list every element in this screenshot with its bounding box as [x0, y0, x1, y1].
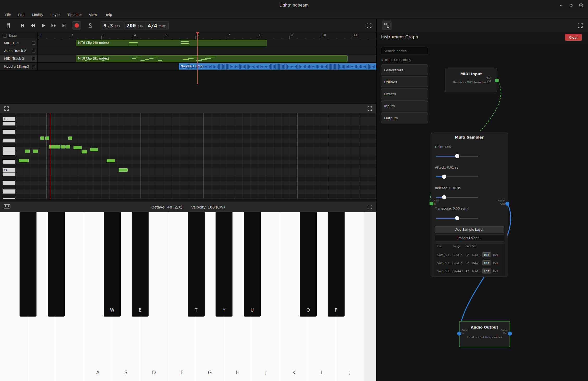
- edit-button[interactable]: Edit: [482, 260, 491, 265]
- play-button[interactable]: [39, 22, 47, 29]
- category-effects[interactable]: Effects: [381, 88, 428, 99]
- midi-note[interactable]: [119, 168, 128, 172]
- midi-note[interactable]: [74, 146, 82, 149]
- menu-view[interactable]: View: [85, 11, 101, 19]
- category-generators[interactable]: Generators: [381, 64, 428, 75]
- mini-key[interactable]: [3, 130, 15, 134]
- track-lane[interactable]: MIDI Clip (21 notes): [38, 55, 376, 63]
- mini-key[interactable]: [3, 143, 15, 147]
- import-folder-button[interactable]: Import Folder...: [435, 235, 504, 241]
- mini-key[interactable]: [3, 189, 15, 193]
- mini-key[interactable]: [3, 198, 15, 199]
- expand-icon[interactable]: [4, 106, 9, 112]
- param-slider[interactable]: [436, 154, 478, 158]
- midi-out-port[interactable]: [495, 79, 499, 82]
- menu-file[interactable]: File: [2, 11, 15, 19]
- midi-note[interactable]: [90, 148, 98, 151]
- midi-clip[interactable]: MIDI Clip (21 notes): [76, 55, 348, 62]
- fullscreen-icon[interactable]: [367, 204, 373, 211]
- node-audio-output[interactable]: Audio Output Final output to speakers Au…: [459, 321, 510, 347]
- param-slider[interactable]: [436, 195, 478, 199]
- rewind-button[interactable]: [29, 22, 37, 29]
- mini-key[interactable]: [3, 122, 15, 126]
- node-midi-input[interactable]: MIDI Input Receives MIDI from track MIDI…: [445, 68, 497, 92]
- piano-roll-playhead[interactable]: [50, 113, 50, 199]
- fullscreen-icon[interactable]: [366, 22, 372, 29]
- midi-note[interactable]: [40, 136, 44, 140]
- audio-out-port[interactable]: [508, 332, 512, 336]
- skip-end-button[interactable]: [60, 22, 68, 29]
- mini-key[interactable]: [3, 194, 15, 198]
- midi-note[interactable]: [19, 159, 29, 162]
- mini-key[interactable]: [3, 185, 15, 189]
- mini-key[interactable]: [3, 160, 15, 164]
- mini-key[interactable]: [3, 181, 15, 185]
- midi-in-port[interactable]: [430, 202, 433, 205]
- skip-start-button[interactable]: [18, 22, 27, 29]
- black-key-t[interactable]: T: [188, 212, 205, 317]
- track-checkbox[interactable]: [32, 65, 35, 68]
- midi-note[interactable]: [61, 145, 65, 148]
- mini-key[interactable]: [3, 156, 15, 159]
- mini-key[interactable]: [3, 164, 15, 168]
- fullscreen-icon[interactable]: [367, 106, 373, 112]
- bpm-display[interactable]: 200 BPM: [124, 21, 146, 30]
- midi-note[interactable]: [49, 145, 60, 148]
- mini-key[interactable]: [3, 172, 15, 176]
- track-lane[interactable]: [38, 47, 376, 55]
- snap-checkbox[interactable]: [3, 34, 7, 38]
- midi-note[interactable]: [25, 150, 30, 153]
- fast-forward-button[interactable]: [50, 22, 58, 29]
- add-sample-layer-button[interactable]: Add Sample Layer: [435, 226, 504, 233]
- track-header[interactable]: Noodle 18.mp3: [0, 63, 38, 70]
- mini-key[interactable]: [3, 126, 15, 130]
- time-signature-display[interactable]: 4/4 TIME: [145, 21, 169, 30]
- close-icon[interactable]: [579, 3, 583, 8]
- param-slider[interactable]: [436, 175, 478, 179]
- track-header[interactable]: MIDI 1[A]: [0, 39, 38, 47]
- delete-button[interactable]: Del: [493, 261, 498, 265]
- track-lane[interactable]: MIDI Clip (40 notes): [38, 39, 376, 47]
- timeline-ruler[interactable]: Snap 1234567891011: [0, 32, 376, 39]
- slider-knob[interactable]: [442, 195, 446, 199]
- track-header[interactable]: Audio Track 2: [0, 47, 38, 55]
- search-input[interactable]: [381, 47, 428, 55]
- mini-key[interactable]: [3, 139, 15, 142]
- black-key-w[interactable]: W: [104, 212, 121, 317]
- mini-key[interactable]: [3, 177, 15, 181]
- edit-button[interactable]: Edit: [482, 252, 491, 257]
- track-lane[interactable]: Noodle 18.mp3: [38, 63, 376, 70]
- white-key[interactable]: [364, 212, 376, 381]
- black-key-y[interactable]: Y: [216, 212, 232, 317]
- midi-note[interactable]: [45, 136, 49, 140]
- menu-edit[interactable]: Edit: [15, 11, 28, 19]
- mini-key[interactable]: [3, 134, 15, 138]
- menu-help[interactable]: Help: [101, 11, 116, 19]
- black-key-o[interactable]: O: [300, 212, 317, 317]
- filmstrip-icon[interactable]: [4, 22, 13, 29]
- fullscreen-icon[interactable]: [577, 22, 583, 29]
- edit-button[interactable]: Edit: [482, 269, 491, 273]
- timeline-playhead[interactable]: [197, 34, 198, 84]
- metronome-button[interactable]: [86, 22, 94, 29]
- track-checkbox[interactable]: [32, 49, 35, 52]
- black-key-p[interactable]: P: [328, 212, 345, 317]
- graph-canvas[interactable]: NODE CATEGORIES GeneratorsUtilitiesEffec…: [377, 43, 588, 381]
- clear-button[interactable]: Clear: [565, 34, 582, 41]
- category-utilities[interactable]: Utilities: [381, 76, 428, 87]
- slider-knob[interactable]: [455, 154, 459, 158]
- mini-key[interactable]: C4: [3, 168, 15, 172]
- black-key[interactable]: [20, 212, 36, 317]
- midi-note[interactable]: [107, 159, 115, 162]
- audio-in-port[interactable]: [457, 332, 461, 336]
- slider-knob[interactable]: [442, 175, 446, 179]
- category-inputs[interactable]: Inputs: [381, 100, 428, 111]
- midi-note[interactable]: [82, 150, 87, 153]
- midi-note[interactable]: [65, 145, 70, 148]
- delete-button[interactable]: Del: [493, 270, 498, 273]
- minimize-icon[interactable]: [559, 3, 563, 8]
- audio-out-port[interactable]: [505, 202, 509, 206]
- menu-layer[interactable]: Layer: [47, 11, 64, 19]
- record-button[interactable]: [72, 21, 81, 29]
- menu-timeline[interactable]: Timeline: [64, 11, 85, 19]
